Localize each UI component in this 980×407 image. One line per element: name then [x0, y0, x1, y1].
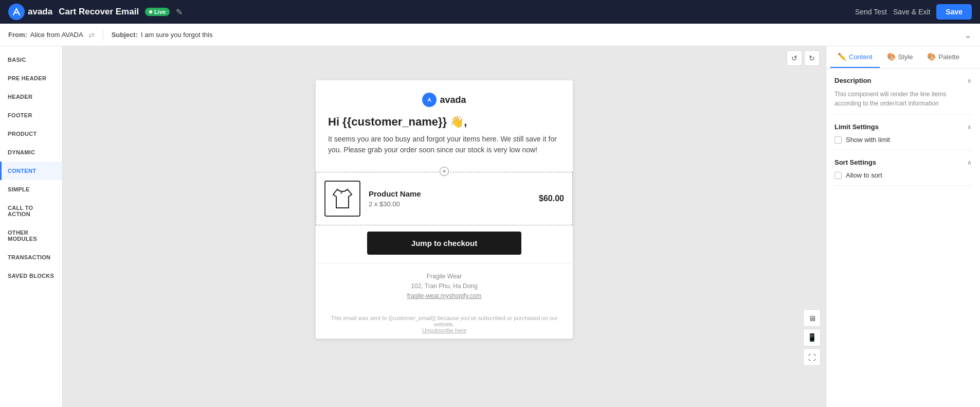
show-with-limit-checkbox[interactable] [834, 136, 842, 144]
from-label: From: [8, 31, 27, 39]
description-chevron[interactable]: ∧ [967, 77, 972, 84]
subject-label: Subject: [112, 31, 138, 39]
product-info: Product Name 2 x $30.00 [369, 189, 531, 208]
description-section: Description ∧ This component will render… [834, 77, 972, 115]
sidebar-item-pre-header[interactable]: PRE HEADER [0, 69, 62, 87]
tab-palette[interactable]: 🎨 Palette [920, 46, 966, 68]
allow-to-sort-checkbox[interactable] [834, 172, 842, 179]
subbar-from: From: Alice from AVADA ⇄ [8, 31, 95, 39]
limit-settings-chevron[interactable]: ∧ [967, 123, 972, 131]
subbar: From: Alice from AVADA ⇄ Subject: I am s… [0, 24, 980, 46]
send-test-button[interactable]: Send Test [855, 8, 887, 16]
footer-company: Fragile Wear [328, 272, 560, 281]
content-tab-label: Content [849, 53, 873, 61]
sort-settings-title: Sort Settings [834, 158, 876, 166]
live-label: Live [154, 9, 166, 15]
style-tab-label: Style [898, 53, 913, 61]
email-logo-section: avada [316, 80, 573, 115]
avada-logo: avada [422, 93, 466, 107]
add-above-button[interactable]: + [440, 167, 449, 176]
save-button[interactable]: Save [936, 4, 972, 20]
email-footer-note-section: This email was sent to {{customer_email}… [316, 310, 573, 339]
sidebar-item-call-to-action[interactable]: CALL TO ACTION [0, 199, 62, 223]
svg-point-1 [425, 96, 433, 104]
email-body-text: It seems you are too busy and forgot you… [328, 134, 560, 155]
product-qty: 2 x $30.00 [369, 200, 531, 208]
sidebar-item-content[interactable]: CONTENT [0, 162, 62, 180]
email-cta-section: Jump to checkout [316, 227, 573, 263]
subject-value: I am sure you forgot this [141, 31, 212, 39]
cta-button[interactable]: Jump to checkout [367, 232, 521, 255]
right-panel: ✏️ Content 🎨 Style 🎨 Palette Description… [826, 46, 980, 407]
sidebar-item-other-modules[interactable]: OTHER MODULES [0, 223, 62, 248]
sidebar-item-dynamic[interactable]: DYNAMIC [0, 143, 62, 162]
description-text: This component will render the line item… [834, 90, 972, 108]
palette-tab-icon: 🎨 [927, 52, 936, 61]
unsubscribe-link[interactable]: Unsubscribe here [422, 327, 466, 333]
svg-point-0 [8, 4, 25, 20]
subbar-subject: Subject: I am sure you forgot this [112, 31, 213, 39]
allow-to-sort-row: Allow to sort [834, 171, 972, 179]
desktop-view-button[interactable]: 🖥 [803, 309, 821, 327]
footer-website[interactable]: fragile-wear.myshopify.com [407, 292, 482, 299]
mobile-view-button[interactable]: 📱 [803, 329, 821, 346]
sidebar-item-saved-blocks[interactable]: SAVED BLOCKS [0, 267, 62, 285]
panel-body: Description ∧ This component will render… [826, 68, 980, 407]
from-value: Alice from AVADA [30, 31, 83, 39]
email-preview: avada Hi {{customer_name}} 👋, It seems y… [316, 80, 573, 339]
edit-icon[interactable]: ✎ [176, 7, 183, 17]
sidebar-item-footer[interactable]: FOOTER [0, 106, 62, 125]
tab-style[interactable]: 🎨 Style [880, 46, 920, 68]
sidebar: BASIC PRE HEADER HEADER FOOTER PRODUCT D… [0, 46, 63, 407]
redo-button[interactable]: ↻ [804, 50, 820, 66]
fullscreen-icon: ⛶ [808, 353, 816, 362]
email-footer: Fragile Wear 102, Tran Phu, Ha Dong frag… [316, 263, 573, 310]
topbar-logo-text: avada [28, 7, 52, 17]
topbar-right: Send Test Save & Exit Save [855, 4, 972, 20]
product-price: $60.00 [539, 194, 564, 203]
topbar-logo: avada [8, 4, 52, 20]
sidebar-item-product[interactable]: PRODUCT [0, 125, 62, 143]
avada-logo-icon [8, 4, 25, 20]
content-tab-icon: ✏️ [838, 52, 846, 61]
sidebar-item-header[interactable]: HEADER [0, 87, 62, 106]
undo-button[interactable]: ↺ [787, 50, 802, 66]
sidebar-item-transaction[interactable]: TRANSACTION [0, 248, 62, 267]
live-dot [149, 10, 152, 13]
description-title: Description [834, 77, 872, 84]
limit-settings-title: Limit Settings [834, 123, 879, 131]
sidebar-item-basic[interactable]: BASIC [0, 50, 62, 69]
tab-content[interactable]: ✏️ Content [830, 46, 880, 68]
subbar-divider [103, 30, 103, 40]
panel-tabs: ✏️ Content 🎨 Style 🎨 Palette [826, 46, 980, 68]
show-with-limit-row: Show with limit [834, 136, 972, 144]
sort-settings-chevron[interactable]: ∧ [967, 159, 972, 166]
footer-note: This email was sent to {{customer_email}… [331, 315, 557, 327]
mobile-icon: 📱 [807, 333, 817, 342]
topbar-page-title: Cart Recover Email [59, 7, 139, 17]
shirt-icon [330, 186, 355, 211]
product-name: Product Name [369, 189, 531, 198]
email-greeting: Hi {{customer_name}} 👋, [328, 115, 560, 129]
sidebar-item-simple[interactable]: SIMPLE [0, 180, 62, 199]
email-body: Hi {{customer_name}} 👋, It seems you are… [316, 115, 573, 172]
allow-to-sort-label: Allow to sort [846, 171, 882, 179]
canvas-area: ↺ ↻ avada Hi {{customer_nam [63, 46, 826, 407]
subbar-expand-icon[interactable]: ⌄ [964, 29, 972, 41]
fullscreen-view-button[interactable]: ⛶ [803, 348, 821, 366]
from-swap-icon[interactable]: ⇄ [88, 31, 95, 39]
add-icon[interactable]: + [440, 167, 449, 176]
view-toolbar: 🖥 📱 ⛶ [803, 309, 821, 366]
save-exit-button[interactable]: Save & Exit [893, 8, 930, 16]
limit-settings-section: Limit Settings ∧ Show with limit [834, 123, 972, 150]
show-with-limit-label: Show with limit [846, 136, 890, 144]
palette-tab-label: Palette [938, 53, 959, 61]
main-layout: BASIC PRE HEADER HEADER FOOTER PRODUCT D… [0, 46, 980, 407]
product-block: Product Name 2 x $30.00 $60.00 [316, 172, 573, 225]
live-badge: Live [145, 8, 170, 16]
footer-address: 102, Tran Phu, Ha Dong [328, 281, 560, 291]
product-block-container: + ⊕ [316, 172, 573, 225]
product-image [324, 181, 360, 217]
desktop-icon: 🖥 [808, 314, 816, 323]
description-section-header: Description ∧ [834, 77, 972, 84]
